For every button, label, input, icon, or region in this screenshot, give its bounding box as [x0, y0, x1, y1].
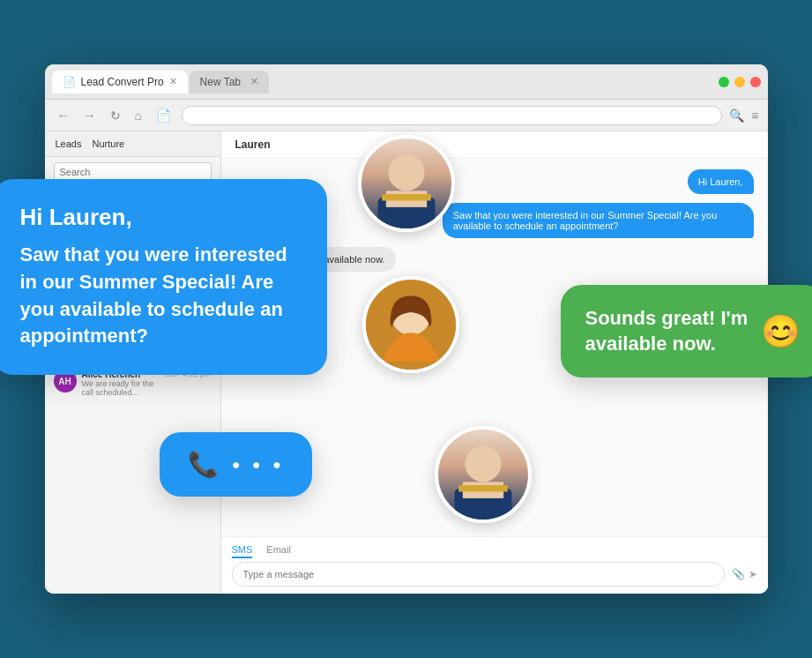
bubble-message: Saw that you were interested in our Summ…: [20, 242, 299, 350]
svg-point-10: [466, 446, 502, 482]
bubble-call: 📞 • • •: [160, 432, 313, 497]
svg-point-3: [388, 155, 424, 191]
menu-icon[interactable]: ≡: [751, 108, 758, 123]
contact-preview: We are ready for the call scheduled...: [82, 379, 160, 397]
avatar-mid: [362, 276, 459, 373]
search-icon[interactable]: 🔍: [729, 108, 744, 123]
browser-wrapper: Hi Lauren, Saw that you were interested …: [45, 64, 768, 594]
bubble-green-right: Sounds great! I'm available now. 😊: [561, 285, 813, 378]
reload-button[interactable]: ↻: [107, 107, 124, 124]
tab-inactive-label: New Tab: [200, 76, 241, 88]
tab-active[interactable]: 📄 Lead Convert Pro ✕: [52, 71, 188, 93]
avatar-man-bottom: [435, 426, 532, 523]
tab-close-inactive[interactable]: ✕: [250, 76, 258, 87]
avatar-woman: [362, 276, 459, 373]
svg-rect-11: [458, 485, 508, 491]
sidebar-tab-leads[interactable]: Leads: [56, 138, 82, 149]
tab-close-active[interactable]: ✕: [169, 76, 177, 87]
send-icons: 📎 ➤: [732, 568, 757, 580]
message-bubble-sent: Saw that you were interested in our Summ…: [443, 203, 754, 238]
chat-header-name: Lauren: [235, 138, 754, 151]
tab-inactive[interactable]: New Tab ✕: [190, 71, 269, 93]
avatar-bottom: [435, 426, 532, 523]
attach-icon[interactable]: 📎: [732, 568, 745, 580]
sidebar-header: Leads Nurture: [45, 131, 220, 157]
phone-icon: 📞: [188, 450, 219, 479]
bubble-response: Sounds great! I'm available now.: [585, 306, 750, 356]
minimize-button[interactable]: [734, 77, 745, 87]
emoji-icon: 😊: [761, 313, 801, 350]
toolbar-right: 🔍 ≡: [729, 108, 758, 123]
page-icon: 📄: [153, 107, 175, 124]
message-input[interactable]: [232, 562, 725, 587]
chat-header: Lauren: [221, 131, 768, 159]
message-bubble-sent: Hi Lauren,: [688, 169, 754, 194]
avatar-man-top: [358, 135, 455, 232]
chat-footer: SMS Email 📎 ➤: [221, 536, 768, 594]
tab-active-label: Lead Convert Pro: [81, 76, 164, 88]
url-bar[interactable]: [182, 106, 722, 125]
svg-rect-4: [382, 194, 431, 200]
sidebar-tab-nurture[interactable]: Nurture: [92, 138, 124, 149]
chat-tabs: SMS Email: [232, 544, 757, 558]
window-controls: [719, 77, 761, 87]
chat-input-row: 📎 ➤: [232, 562, 757, 587]
call-dots: • • •: [233, 452, 285, 477]
home-button[interactable]: ⌂: [131, 107, 145, 124]
avatar-top: [358, 135, 455, 232]
browser-toolbar: ← → ↻ ⌂ 📄 🔍 ≡: [45, 100, 768, 131]
chat-tab-email[interactable]: Email: [266, 544, 291, 558]
close-button[interactable]: [750, 77, 761, 87]
browser-titlebar: 📄 Lead Convert Pro ✕ New Tab ✕: [45, 64, 768, 100]
maximize-button[interactable]: [719, 77, 729, 87]
back-button[interactable]: ←: [54, 107, 73, 124]
send-icon[interactable]: ➤: [749, 568, 757, 580]
chat-tab-sms[interactable]: SMS: [232, 544, 253, 558]
bubble-greeting: Hi Lauren,: [20, 204, 299, 231]
tab-icon: 📄: [63, 76, 76, 88]
bubble-blue-left: Hi Lauren, Saw that you were interested …: [0, 179, 327, 375]
forward-button[interactable]: →: [80, 107, 100, 124]
